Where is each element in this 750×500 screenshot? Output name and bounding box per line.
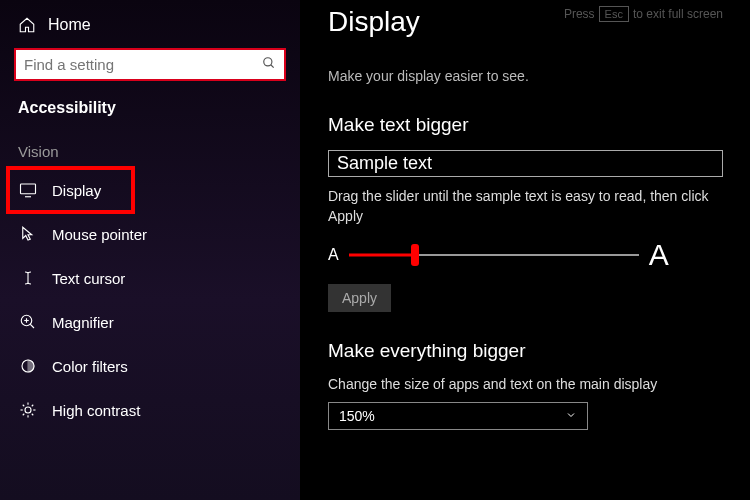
sidebar-item-label: Mouse pointer (52, 226, 147, 243)
chevron-down-icon (565, 408, 577, 424)
sidebar-item-mouse-pointer[interactable]: Mouse pointer (0, 212, 300, 256)
svg-rect-2 (21, 184, 36, 194)
section-title: Accessibility (0, 81, 300, 133)
svg-point-0 (264, 57, 272, 65)
sidebar-item-magnifier[interactable]: Magnifier (0, 300, 300, 344)
slider-thumb[interactable] (411, 244, 419, 266)
fullscreen-hint: Press Esc to exit full screen (564, 6, 723, 22)
page-subtitle: Make your display easier to see. (328, 68, 723, 84)
home-label: Home (48, 16, 91, 34)
sidebar-item-label: High contrast (52, 402, 140, 419)
search-container (14, 48, 286, 81)
svg-line-1 (271, 64, 274, 67)
brightness-icon (18, 400, 38, 420)
dropdown-value: 150% (339, 408, 375, 424)
main-panel: Press Esc to exit full screen Display Ma… (300, 0, 750, 500)
small-a-label: A (328, 246, 339, 264)
svg-point-10 (25, 407, 31, 413)
sidebar-item-label: Display (52, 182, 101, 199)
search-icon (262, 56, 276, 74)
group-label-vision: Vision (0, 133, 300, 168)
sidebar-item-label: Magnifier (52, 314, 114, 331)
color-filters-icon (18, 356, 38, 376)
big-a-label: A (649, 238, 669, 272)
sidebar-item-text-cursor[interactable]: Text cursor (0, 256, 300, 300)
home-link[interactable]: Home (0, 12, 300, 44)
svg-line-16 (32, 414, 34, 416)
svg-line-17 (23, 414, 25, 416)
sidebar-item-high-contrast[interactable]: High contrast (0, 388, 300, 432)
settings-sidebar: Home Accessibility Vision Display Mouse … (0, 0, 300, 500)
everything-bigger-desc: Change the size of apps and text on the … (328, 376, 723, 392)
svg-line-6 (30, 324, 34, 328)
heading-everything-bigger: Make everything bigger (328, 340, 723, 362)
text-size-slider[interactable] (349, 245, 639, 265)
slider-instruction: Drag the slider until the sample text is… (328, 187, 723, 226)
svg-line-18 (32, 405, 34, 407)
slider-fill (349, 254, 416, 257)
text-size-slider-row: A A (328, 238, 723, 272)
hint-post: to exit full screen (633, 7, 723, 21)
heading-text-bigger: Make text bigger (328, 114, 723, 136)
sidebar-item-label: Color filters (52, 358, 128, 375)
sidebar-item-display[interactable]: Display (0, 168, 300, 212)
cursor-icon (18, 224, 38, 244)
esc-key: Esc (599, 6, 629, 22)
magnifier-icon (18, 312, 38, 332)
apply-button[interactable]: Apply (328, 284, 391, 312)
hint-pre: Press (564, 7, 595, 21)
text-cursor-icon (18, 268, 38, 288)
sidebar-item-label: Text cursor (52, 270, 125, 287)
home-icon (18, 16, 36, 34)
scale-dropdown[interactable]: 150% (328, 402, 588, 430)
svg-line-15 (23, 405, 25, 407)
sidebar-item-color-filters[interactable]: Color filters (0, 344, 300, 388)
monitor-icon (18, 180, 38, 200)
search-input[interactable] (14, 48, 286, 81)
sample-text-box: Sample text (328, 150, 723, 177)
